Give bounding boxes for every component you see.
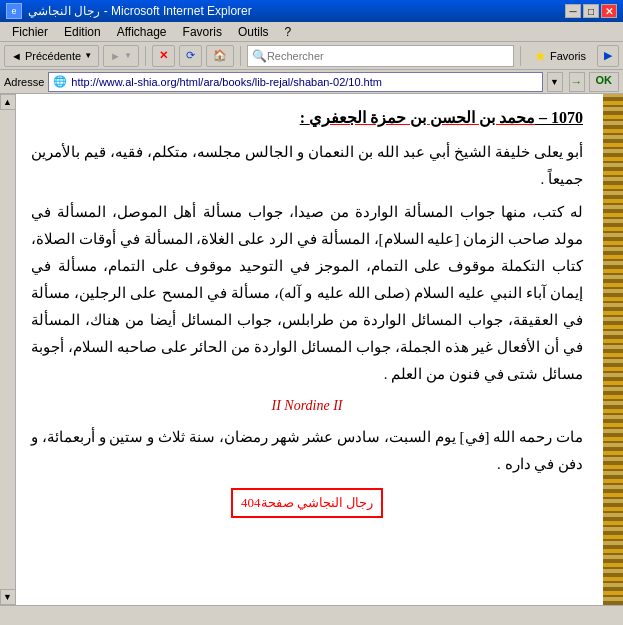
favorites-label: Favoris [550, 50, 586, 62]
forward-button[interactable]: ► ▼ [103, 45, 139, 67]
menu-edition[interactable]: Edition [56, 24, 109, 40]
toolbar-sep-2 [240, 46, 241, 66]
toolbar-sep-3 [520, 46, 521, 66]
stamp-container: رجال النجاشي صفحة404 [31, 484, 583, 518]
entry-colon: : [300, 109, 305, 126]
entry-dash: – [535, 109, 547, 126]
address-label: Adresse [4, 76, 44, 88]
minimize-button[interactable]: ─ [565, 4, 581, 18]
page-content: 1070 – محمد بن الحسن بن حمزة الجعفري : أ… [16, 94, 603, 528]
page-icon: 🌐 [53, 75, 67, 88]
address-input-wrap[interactable]: 🌐 http://www.al-shia.org/html/ara/books/… [48, 72, 542, 92]
home-icon: 🏠 [213, 49, 227, 62]
menu-favoris[interactable]: Favoris [175, 24, 230, 40]
content-area: ▲ ▼ 1070 – محمد بن الحسن بن حمزة الجعفري… [0, 94, 623, 605]
nordine-ref: II Nordine II [31, 394, 583, 418]
address-dropdown[interactable]: ▼ [547, 72, 563, 92]
forward-arrow-icon: ► [110, 50, 121, 62]
menu-outils[interactable]: Outils [230, 24, 277, 40]
entry-name: محمد بن الحسن بن حمزة الجعفري [309, 109, 535, 126]
menu-fichier[interactable]: Fichier [4, 24, 56, 40]
title-bar: e رجال النجاشي - Microsoft Internet Expl… [0, 0, 623, 22]
media-button[interactable]: ▶ [597, 45, 619, 67]
back-arrow-icon: ◄ [11, 50, 22, 62]
back-dropdown-icon: ▼ [84, 51, 92, 60]
menu-affichage[interactable]: Affichage [109, 24, 175, 40]
address-url: http://www.al-shia.org/html/ara/books/li… [71, 76, 382, 88]
maximize-button[interactable]: □ [583, 4, 599, 18]
stop-button[interactable]: ✕ [152, 45, 175, 67]
toolbar: ◄ Précédente ▼ ► ▼ ✕ ⟳ 🏠 🔍 ★ Favoris ▶ [0, 42, 623, 70]
search-box[interactable]: 🔍 [247, 45, 514, 67]
status-bar [0, 605, 623, 625]
para-1-text: أبو يعلى خليفة الشيخ أبي عبد الله بن الن… [31, 144, 583, 187]
favorites-button[interactable]: ★ Favoris [527, 45, 593, 67]
left-scroll-gutter: ▲ ▼ [0, 94, 16, 605]
home-button[interactable]: 🏠 [206, 45, 234, 67]
window-controls: ─ □ ✕ [565, 4, 617, 18]
para-2: له كتب، منها جواب المسألة الواردة من صيد… [31, 199, 583, 388]
border-pattern [603, 94, 623, 605]
back-button[interactable]: ◄ Précédente ▼ [4, 45, 99, 67]
window-title: رجال النجاشي - Microsoft Internet Explor… [28, 4, 252, 18]
refresh-icon: ⟳ [186, 49, 195, 62]
app-icon: e [6, 3, 22, 19]
entry-title: 1070 – محمد بن الحسن بن حمزة الجعفري : [31, 104, 583, 133]
right-decorative-border [603, 94, 623, 605]
para-1: أبو يعلى خليفة الشيخ أبي عبد الله بن الن… [31, 139, 583, 193]
scroll-down-button[interactable]: ▼ [0, 589, 16, 605]
search-input[interactable] [267, 50, 387, 62]
star-icon: ★ [534, 48, 547, 64]
address-ok-button[interactable]: OK [589, 72, 620, 92]
entry-number: 1070 [551, 109, 583, 126]
para-3: مات رحمه الله [في] يوم السبت، سادس عشر ش… [31, 424, 583, 478]
go-arrow-icon: → [571, 75, 583, 89]
footer-stamp: رجال النجاشي صفحة404 [231, 488, 383, 518]
address-go-arrow[interactable]: → [569, 72, 585, 92]
search-icon: 🔍 [252, 49, 267, 63]
toolbar-sep-1 [145, 46, 146, 66]
back-label: Précédente [25, 50, 81, 62]
refresh-button[interactable]: ⟳ [179, 45, 202, 67]
menu-help[interactable]: ? [277, 24, 300, 40]
close-button[interactable]: ✕ [601, 4, 617, 18]
address-bar: Adresse 🌐 http://www.al-shia.org/html/ar… [0, 70, 623, 94]
forward-dropdown-icon: ▼ [124, 51, 132, 60]
para-3-text: مات رحمه الله [في] يوم السبت، سادس عشر ش… [31, 429, 583, 472]
menu-bar: Fichier Edition Affichage Favoris Outils… [0, 22, 623, 42]
scroll-up-button[interactable]: ▲ [0, 94, 16, 110]
main-content[interactable]: 1070 – محمد بن الحسن بن حمزة الجعفري : أ… [16, 94, 603, 605]
media-icon: ▶ [604, 49, 612, 62]
para-2-text: له كتب، منها جواب المسألة الواردة من صيد… [31, 204, 583, 382]
stop-icon: ✕ [159, 49, 168, 62]
